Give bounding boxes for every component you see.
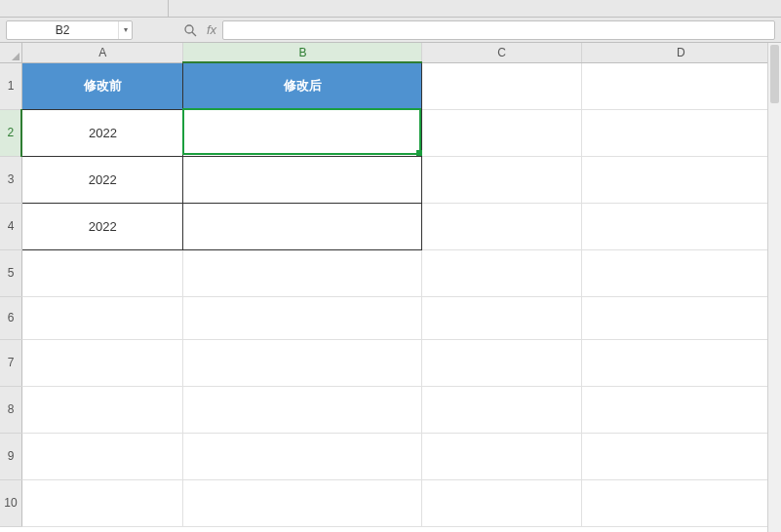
cell-B10[interactable] [183, 479, 422, 526]
table-row: 3 2022 [0, 156, 781, 203]
row-header-5[interactable]: 5 [0, 249, 21, 296]
table-row: 4 2022 [0, 203, 781, 249]
col-header-B[interactable]: B [183, 43, 422, 62]
cell-D5[interactable] [581, 249, 780, 296]
svg-point-0 [185, 25, 193, 33]
svg-line-1 [192, 32, 196, 36]
cell-A3[interactable]: 2022 [21, 156, 182, 203]
cell-A5[interactable] [21, 249, 182, 296]
cell-D2[interactable] [581, 109, 780, 156]
cell-C10[interactable] [422, 479, 581, 526]
col-header-D[interactable]: D [581, 43, 780, 62]
cell-C8[interactable] [422, 386, 581, 433]
table-row: 1 修改前 修改后 [0, 62, 781, 109]
table-row: 6 [0, 296, 781, 339]
row-header-1[interactable]: 1 [0, 62, 21, 109]
name-box[interactable]: B2 ▾ [6, 20, 133, 40]
cell-A7[interactable] [21, 339, 182, 386]
cell-A9[interactable] [21, 433, 182, 479]
cell-A10[interactable] [21, 479, 182, 526]
cell-B6[interactable] [183, 296, 422, 339]
cell-D10[interactable] [581, 479, 780, 526]
table-row: 5 [0, 249, 781, 296]
cell-B2[interactable] [183, 109, 422, 156]
cell-B7[interactable] [183, 339, 422, 386]
cell-D7[interactable] [581, 339, 780, 386]
cell-D9[interactable] [581, 433, 780, 479]
cell-C1[interactable] [422, 62, 581, 109]
cell-B3[interactable] [183, 156, 422, 203]
formula-bar-row: B2 ▾ fx [0, 18, 781, 43]
formula-input[interactable] [222, 20, 775, 40]
fx-label[interactable]: fx [207, 22, 216, 37]
cell-C4[interactable] [422, 203, 581, 249]
cell-C5[interactable] [422, 249, 581, 296]
cell-A8[interactable] [21, 386, 182, 433]
toolbar-divider [168, 0, 169, 18]
cell-A6[interactable] [21, 296, 182, 339]
cell-B5[interactable] [183, 249, 422, 296]
cell-C9[interactable] [422, 433, 581, 479]
cell-C7[interactable] [422, 339, 581, 386]
col-header-C[interactable]: C [422, 43, 581, 62]
row-header-8[interactable]: 8 [0, 386, 21, 433]
table-row: 10 [0, 479, 781, 526]
table-row: 7 [0, 339, 781, 386]
col-header-A[interactable]: A [21, 43, 182, 62]
row-header-9[interactable]: 9 [0, 433, 21, 479]
table-row: 8 [0, 386, 781, 433]
row-header-4[interactable]: 4 [0, 203, 21, 249]
cell-C2[interactable] [422, 109, 581, 156]
cell-B9[interactable] [183, 433, 422, 479]
scrollbar-thumb[interactable] [770, 45, 779, 103]
row-header-10[interactable]: 10 [0, 479, 21, 526]
cell-D1[interactable] [581, 62, 780, 109]
select-all-corner[interactable] [0, 43, 21, 62]
column-header-row: A B C D [0, 43, 781, 62]
cell-C3[interactable] [422, 156, 581, 203]
cell-A4[interactable]: 2022 [21, 203, 182, 249]
cell-D8[interactable] [581, 386, 780, 433]
row-header-3[interactable]: 3 [0, 156, 21, 203]
cell-B4[interactable] [183, 203, 422, 249]
cell-D3[interactable] [581, 156, 780, 203]
row-header-7[interactable]: 7 [0, 339, 21, 386]
magnifier-icon[interactable] [181, 21, 199, 39]
name-box-value: B2 [7, 23, 118, 37]
spreadsheet-grid[interactable]: A B C D 1 修改前 修改后 2 2022 3 2022 [0, 43, 781, 532]
cell-B8[interactable] [183, 386, 422, 433]
cell-C6[interactable] [422, 296, 581, 339]
row-header-6[interactable]: 6 [0, 296, 21, 339]
table-row: 2 2022 [0, 109, 781, 156]
cell-A2[interactable]: 2022 [21, 109, 182, 156]
top-toolbar [0, 0, 781, 18]
cell-D6[interactable] [581, 296, 780, 339]
vertical-scrollbar[interactable] [767, 43, 781, 532]
cell-D4[interactable] [581, 203, 780, 249]
chevron-down-icon[interactable]: ▾ [118, 21, 132, 39]
row-header-2[interactable]: 2 [0, 109, 21, 156]
cell-B1[interactable]: 修改后 [183, 62, 422, 109]
table-row: 9 [0, 433, 781, 479]
cell-A1[interactable]: 修改前 [21, 62, 182, 109]
